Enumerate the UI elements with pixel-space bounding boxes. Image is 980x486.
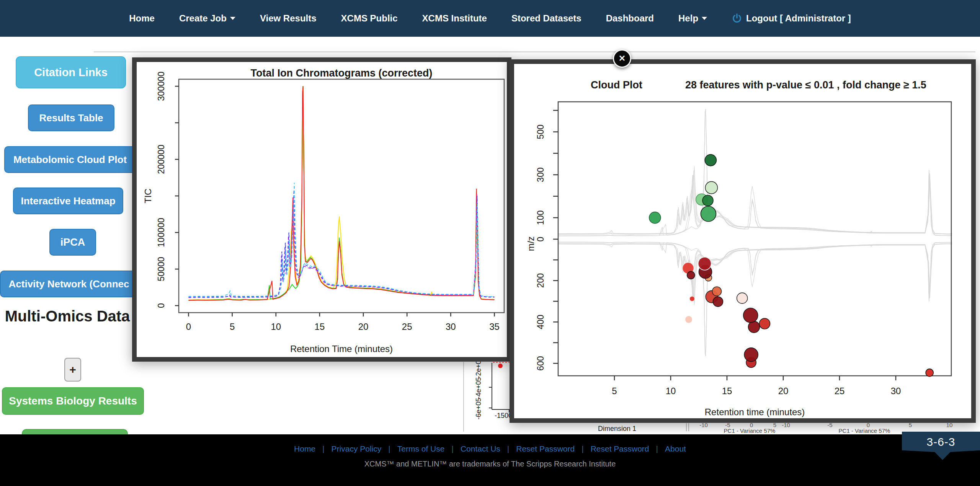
expand-multi-omics-button[interactable]: + xyxy=(64,358,81,382)
footer: Home|Privacy Policy|Terms of Use|Contact… xyxy=(0,434,980,486)
nav-help[interactable]: Help xyxy=(678,13,707,24)
footer-link[interactable]: Terms of Use xyxy=(397,444,445,453)
tic-x-tick-label: 35 xyxy=(489,321,500,332)
nav-xcms-public[interactable]: XCMS Public xyxy=(341,13,398,24)
footer-separator: | xyxy=(507,444,509,453)
metabolomic-cloud-plot-label: Metabolomic Cloud Plot xyxy=(13,154,127,166)
tic-x-tick-label: 30 xyxy=(446,321,456,332)
cloud-bubble-down[interactable] xyxy=(926,369,933,377)
cloud-bubble-down[interactable] xyxy=(712,287,722,296)
cloud-x-tick-label: 15 xyxy=(722,386,732,396)
footer-link[interactable]: Reset Password xyxy=(516,444,575,453)
tic-y-tick-label: 200000 xyxy=(156,145,166,174)
cloud-bubble-down[interactable] xyxy=(685,316,692,323)
cloud-bubble-up[interactable] xyxy=(649,212,661,223)
cloud-y-tick-label: 400 xyxy=(536,315,546,329)
tic-x-tick-label: 10 xyxy=(271,321,281,332)
cloud-plot-chart: Cloud Plot28 features with p-value ≤ 0.0… xyxy=(514,64,971,418)
power-icon xyxy=(732,13,742,24)
cloud-y-tick-label: 500 xyxy=(536,124,546,139)
cloud-bubble-down[interactable] xyxy=(737,293,748,303)
ipca-label: iPCA xyxy=(60,236,85,248)
cloud-x-tick-label: 10 xyxy=(666,386,676,396)
multi-omics-heading: Multi-Omics Data xyxy=(0,306,135,326)
cloud-y-tick-label: 300 xyxy=(536,168,546,182)
cloud-plot-panel: Cloud Plot28 features with p-value ≤ 0.0… xyxy=(510,59,976,423)
cloud-title-right: 28 features with p-value ≤ 0.01 , fold c… xyxy=(685,79,926,91)
cloud-title-left: Cloud Plot xyxy=(591,79,642,91)
tic-y-tick-label: 50000 xyxy=(156,257,166,281)
tic-ylabel: TIC xyxy=(143,189,153,204)
top-navbar: Home Create Job View Results XCMS Public… xyxy=(0,0,980,37)
nav-home-label: Home xyxy=(129,13,155,24)
footer-link[interactable]: Contact Us xyxy=(461,444,500,453)
nav-xcms-institute[interactable]: XCMS Institute xyxy=(422,13,487,24)
footer-separator: | xyxy=(451,444,453,453)
sidebar-item-metabolomic-cloud-plot[interactable]: Metabolomic Cloud Plot xyxy=(4,146,136,173)
nav-help-label: Help xyxy=(678,13,698,24)
cloud-y-tick-label: 0 xyxy=(536,237,546,242)
sidebar-item-citation-links[interactable]: Citation Links xyxy=(16,56,126,88)
cloud-bubble-down[interactable] xyxy=(698,257,711,270)
tic-series-sample-red xyxy=(189,86,495,300)
nav-logout[interactable]: Logout [ Administrator ] xyxy=(732,13,851,24)
cloud-bubble-up[interactable] xyxy=(705,155,716,166)
interactive-heatmap-label: Interactive Heatmap xyxy=(21,195,115,207)
cloud-bubble-down[interactable] xyxy=(690,297,694,301)
cloud-bubble-up[interactable] xyxy=(701,206,716,222)
trademark-text: XCMS™ and METLIN™ are trademarks of The … xyxy=(0,460,980,468)
nav-view-results-label: View Results xyxy=(260,13,317,24)
nav-home[interactable]: Home xyxy=(129,13,155,24)
tic-x-tick-label: 0 xyxy=(186,321,191,332)
nav-view-results[interactable]: View Results xyxy=(260,13,317,24)
cloud-bubble-down[interactable] xyxy=(748,321,760,333)
cloud-bubble-down[interactable] xyxy=(743,308,758,323)
tic-xlabel: Retention Time (minutes) xyxy=(290,344,393,354)
nav-stored-datasets[interactable]: Stored Datasets xyxy=(511,13,581,24)
nav-dashboard-label: Dashboard xyxy=(606,13,654,24)
chevron-down-icon xyxy=(702,17,707,20)
cloud-xlabel: Retention time (minutes) xyxy=(705,407,805,417)
close-icon[interactable]: ✕ xyxy=(613,49,631,68)
sidebar-item-activity-network[interactable]: Activity Network (Connec xyxy=(0,271,138,297)
cloud-bubble-down[interactable] xyxy=(759,318,770,329)
sidebar-item-systems-biology-results[interactable]: Systems Biology Results xyxy=(2,387,144,415)
activity-network-label: Activity Network (Connec xyxy=(9,278,129,290)
tic-y-tick-label: 300000 xyxy=(156,72,166,101)
sidebar-item-results-table[interactable]: Results Table xyxy=(28,104,114,131)
footer-separator: | xyxy=(581,444,583,453)
footer-link[interactable]: Home xyxy=(294,444,315,453)
tic-x-tick-label: 5 xyxy=(230,321,235,332)
cloud-bubble-down[interactable] xyxy=(713,297,723,307)
chevron-down-icon xyxy=(230,17,235,20)
footer-link[interactable]: About xyxy=(665,444,686,453)
cloud-y-tick-label: 100 xyxy=(536,210,546,225)
tic-chart: Total Ion Chromatograms (corrected)05000… xyxy=(137,62,507,357)
tic-y-tick-label: 100000 xyxy=(156,218,166,247)
cloud-x-tick-label: 20 xyxy=(778,386,789,396)
nav-logout-label: Logout [ Administrator ] xyxy=(746,13,851,24)
nav-dashboard[interactable]: Dashboard xyxy=(606,13,654,24)
results-table-label: Results Table xyxy=(39,112,103,124)
tic-series-sample-cyan xyxy=(189,183,495,297)
footer-separator: | xyxy=(388,444,390,453)
cloud-y-tick-label: 600 xyxy=(536,356,546,370)
footer-link[interactable]: Privacy Policy xyxy=(332,444,382,453)
footer-link[interactable]: Reset Password xyxy=(591,444,649,453)
cloud-bubble-up[interactable] xyxy=(702,195,713,206)
cloud-x-tick-label: 30 xyxy=(891,386,901,396)
sidebar-item-ipca[interactable]: iPCA xyxy=(49,229,96,256)
nav-create-job[interactable]: Create Job xyxy=(179,13,235,24)
cloud-bubble-down[interactable] xyxy=(744,348,758,362)
nav-stored-datasets-label: Stored Datasets xyxy=(511,13,581,24)
cloud-bubble-down[interactable] xyxy=(687,271,695,279)
tic-title: Total Ion Chromatograms (corrected) xyxy=(250,67,432,79)
pca-y-label: -6e+05 xyxy=(475,398,482,420)
sidebar-item-interactive-heatmap[interactable]: Interactive Heatmap xyxy=(13,188,123,214)
cloud-x-tick-label: 5 xyxy=(612,386,617,396)
cloud-y-tick-label: 200 xyxy=(536,273,546,288)
cloud-bubble-up[interactable] xyxy=(705,181,717,194)
tic-y-tick-label: 0 xyxy=(156,303,166,308)
tic-x-tick-label: 20 xyxy=(358,321,369,332)
footer-separator: | xyxy=(656,444,658,453)
